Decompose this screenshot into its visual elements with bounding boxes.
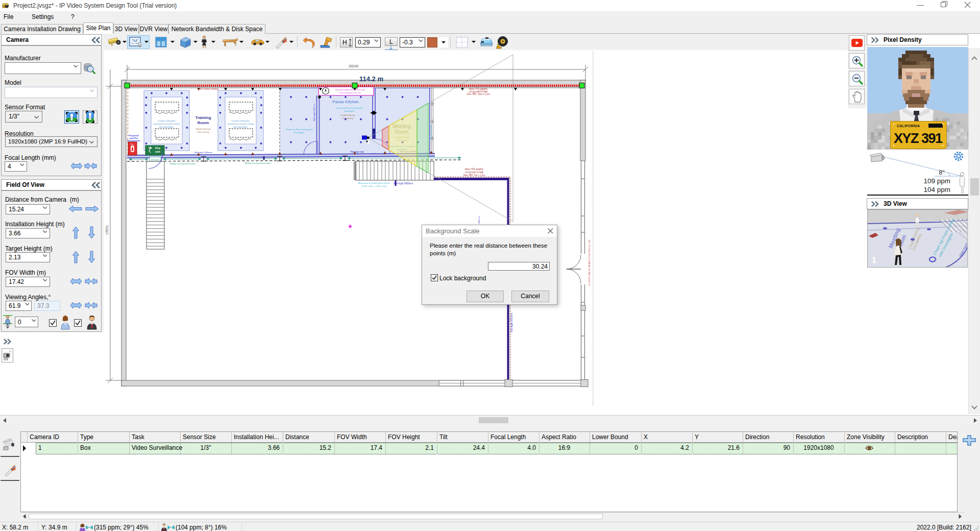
svg-text:Aluminium & Double glass Frame: Aluminium & Double glass Frame xyxy=(358,182,390,184)
svg-text:CALIFORNIA: CALIFORNIA xyxy=(897,124,920,128)
svg-text:Fire: Fire xyxy=(155,147,160,150)
svg-text:Custom ceiling box: Custom ceiling box xyxy=(157,119,176,122)
svg-text:Wall hight 3800mm: Wall hight 3800mm xyxy=(394,182,413,185)
svg-text:exit: exit xyxy=(155,150,160,153)
svg-text:Clean blue wall: Clean blue wall xyxy=(430,126,432,139)
svg-text:114.2 m: 114.2 m xyxy=(359,75,383,83)
svg-text:8°: 8° xyxy=(939,169,945,176)
svg-text:(3.2m x 2m) + (2.2m x 2m): (3.2m x 2m) + (2.2m x 2m) xyxy=(361,185,387,187)
svg-text:Training: Training xyxy=(195,115,211,120)
svg-text:Custom ceiling box: Custom ceiling box xyxy=(231,119,250,122)
svg-text:Existing cupboards & Nose top: Existing cupboards & Nose top xyxy=(335,88,365,91)
svg-text:Wall hight 2500mm: Wall hight 2500mm xyxy=(313,103,315,121)
svg-text:Downlights: Downlights xyxy=(294,131,304,134)
svg-text:with downlights: with downlights xyxy=(159,126,174,128)
svg-text:Passage way: Passage way xyxy=(351,151,365,153)
svg-text:66sqm Flooring: 66sqm Flooring xyxy=(196,128,211,130)
svg-text:17sqm Flooring: 17sqm Flooring xyxy=(340,114,356,116)
svg-text:Fire: Fire xyxy=(131,143,134,146)
svg-text:More TFS graphic: More TFS graphic xyxy=(465,168,484,171)
svg-text:Size TBC: 10m x 1,2m: Size TBC: 10m x 1,2m xyxy=(467,93,490,95)
svg-text:Size TBC: 5m x 1,2m: Size TBC: 5m x 1,2m xyxy=(463,174,485,177)
svg-text:To use prep/cut on site: To use prep/cut on site xyxy=(339,91,361,94)
svg-text:Pause Kitchen: Pause Kitchen xyxy=(332,100,359,104)
svg-text:109 ppm: 109 ppm xyxy=(923,177,950,185)
svg-text:Modify existing balustrades: Modify existing balustrades xyxy=(245,162,271,164)
svg-text:mounted to concrete ceiling: mounted to concrete ceiling xyxy=(227,123,254,125)
svg-text:Wall hight 3800mm: Wall hight 3800mm xyxy=(510,313,513,333)
svg-text:17sqm lay Foam Ceiling with: 17sqm lay Foam Ceiling with xyxy=(335,107,363,109)
svg-text:mounted to concrete ceiling: mounted to concrete ceiling xyxy=(153,123,180,125)
svg-text:Modify existing balustrades: Modify existing balustrades xyxy=(170,162,196,165)
svg-text:Exit DOOR LOAD ON FACADE OF BU: Exit DOOR LOAD ON FACADE OF BUILDING Siz… xyxy=(589,239,591,286)
svg-text:19551: 19551 xyxy=(105,225,109,235)
svg-text:Room: Room xyxy=(198,120,209,125)
svg-text:1: 1 xyxy=(872,256,876,264)
svg-text:13sqm lay Foam Ceiling with: 13sqm lay Foam Ceiling with xyxy=(285,128,313,131)
svg-text:XYZ 391: XYZ 391 xyxy=(894,131,943,146)
svg-text:104 ppm: 104 ppm xyxy=(923,186,950,194)
svg-text:30240: 30240 xyxy=(349,64,359,68)
svg-text:30m skirting: 30m skirting xyxy=(198,131,209,133)
svg-text:Extinguisher: Extinguisher xyxy=(127,139,140,142)
svg-text:17m skirting: 17m skirting xyxy=(342,117,354,119)
svg-text:with downlights: with downlights xyxy=(233,126,248,128)
svg-text:Wall hight 2500mm: Wall hight 2500mm xyxy=(194,151,212,154)
svg-text:on top part of wall: on top part of wall xyxy=(465,171,483,174)
svg-text:18m Power trunking: 18m Power trunking xyxy=(198,88,219,90)
svg-text:Downlights: Downlights xyxy=(344,110,354,112)
svg-text:Fire Door: Fire Door xyxy=(151,159,160,161)
